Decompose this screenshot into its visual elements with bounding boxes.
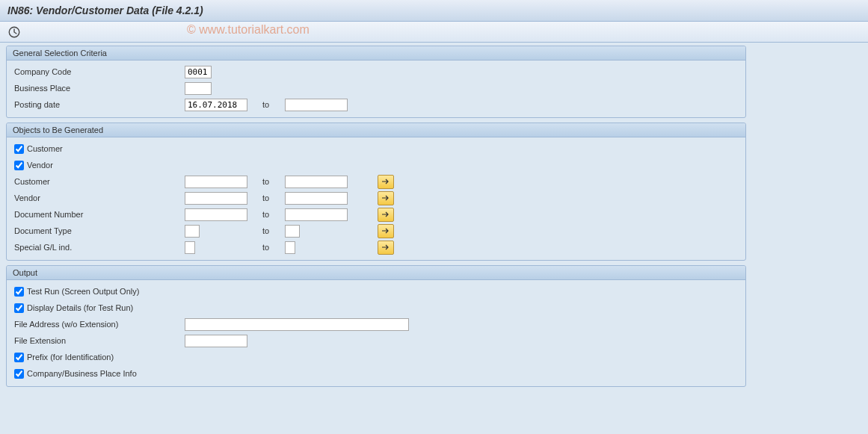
vendor-checkbox[interactable]: [14, 161, 24, 170]
vendor-to-label: to: [247, 193, 285, 202]
special-gl-from-input[interactable]: [185, 241, 195, 254]
group-objects: Objects to Be Generated Customer Vendor …: [6, 123, 746, 261]
customer-from-input[interactable]: [185, 176, 247, 188]
document-type-to-input[interactable]: [285, 225, 300, 238]
posting-date-to-label: to: [247, 100, 285, 109]
document-type-multi-select-button[interactable]: [378, 224, 394, 238]
group-output: Output Test Run (Screen Output Only) Dis…: [6, 265, 746, 387]
customer-multi-select-button[interactable]: [378, 175, 394, 189]
document-number-multi-select-button[interactable]: [378, 208, 394, 222]
customer-label: Customer: [13, 177, 185, 186]
doctype-to-label: to: [247, 226, 285, 235]
group-general-selection: General Selection Criteria Company Code …: [6, 46, 746, 118]
document-number-to-input[interactable]: [285, 208, 348, 221]
special-gl-multi-select-button[interactable]: [378, 241, 394, 255]
document-type-from-input[interactable]: [185, 225, 200, 238]
file-extension-label: File Extension: [13, 336, 185, 345]
document-number-from-input[interactable]: [185, 208, 247, 221]
file-address-label: File Address (w/o Extension): [13, 320, 185, 329]
vendor-from-input[interactable]: [185, 192, 247, 205]
customer-to-label: to: [247, 177, 285, 186]
company-code-input[interactable]: [185, 66, 212, 78]
special-gl-label: Special G/L ind.: [13, 243, 185, 252]
group-header-output: Output: [7, 266, 745, 280]
page-title: IN86: Vendor/Customer Data (File 4.2.1): [7, 4, 861, 16]
display-details-checkbox[interactable]: [14, 303, 24, 313]
customer-to-input[interactable]: [285, 176, 348, 188]
toolbar: © www.tutorialkart.com: [0, 22, 868, 43]
posting-date-from-input[interactable]: [185, 99, 247, 111]
vendor-to-input[interactable]: [285, 192, 348, 205]
posting-date-to-input[interactable]: [285, 99, 348, 111]
document-type-label: Document Type: [13, 226, 185, 235]
business-place-label: Business Place: [13, 84, 185, 93]
special-gl-to-input[interactable]: [285, 241, 295, 254]
customer-checkbox[interactable]: [14, 144, 24, 154]
vendor-multi-select-button[interactable]: [378, 191, 394, 205]
group-header-general: General Selection Criteria: [7, 46, 745, 61]
docnum-to-label: to: [247, 210, 285, 219]
customer-checkbox-label: Customer: [27, 144, 63, 153]
prefix-checkbox[interactable]: [14, 353, 24, 362]
watermark: © www.tutorialkart.com: [187, 23, 310, 37]
group-header-objects: Objects to Be Generated: [7, 123, 745, 137]
title-bar: IN86: Vendor/Customer Data (File 4.2.1): [0, 0, 868, 22]
company-info-checkbox[interactable]: [14, 369, 24, 379]
posting-date-label: Posting date: [13, 100, 185, 109]
content-area: General Selection Criteria Company Code …: [0, 43, 868, 394]
business-place-input[interactable]: [185, 82, 212, 95]
vendor-checkbox-label: Vendor: [27, 161, 53, 170]
test-run-label: Test Run (Screen Output Only): [27, 287, 139, 296]
specialgl-to-label: to: [247, 243, 285, 252]
execute-icon[interactable]: [7, 25, 21, 39]
company-info-label: Company/Business Place Info: [27, 369, 137, 378]
company-code-label: Company Code: [13, 67, 185, 76]
prefix-label: Prefix (for Identification): [27, 353, 114, 362]
document-number-label: Document Number: [13, 210, 185, 219]
file-address-input[interactable]: [185, 318, 409, 331]
file-extension-input[interactable]: [185, 335, 247, 347]
vendor-label: Vendor: [13, 193, 185, 202]
test-run-checkbox[interactable]: [14, 287, 24, 297]
display-details-label: Display Details (for Test Run): [27, 303, 133, 312]
